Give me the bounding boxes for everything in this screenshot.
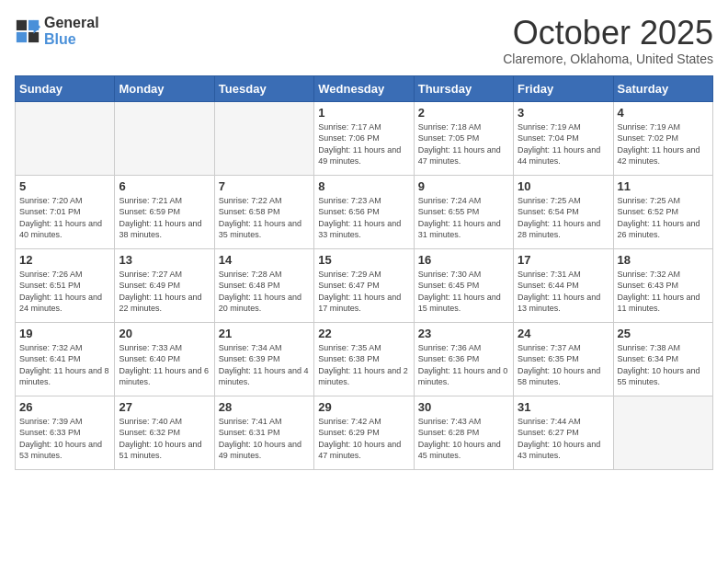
day-cell: 28Sunrise: 7:41 AM Sunset: 6:31 PM Dayli… [214, 396, 313, 469]
day-cell: 3Sunrise: 7:19 AM Sunset: 7:04 PM Daylig… [514, 101, 613, 175]
logo-general: General [44, 15, 99, 31]
day-info: Sunrise: 7:42 AM Sunset: 6:29 PM Dayligh… [318, 416, 409, 462]
day-info: Sunrise: 7:40 AM Sunset: 6:32 PM Dayligh… [119, 416, 210, 462]
day-cell: 24Sunrise: 7:37 AM Sunset: 6:35 PM Dayli… [514, 322, 613, 396]
day-number: 8 [318, 179, 409, 193]
day-number: 30 [418, 400, 509, 414]
day-info: Sunrise: 7:38 AM Sunset: 6:34 PM Dayligh… [618, 342, 709, 388]
day-cell: 13Sunrise: 7:27 AM Sunset: 6:49 PM Dayli… [115, 248, 214, 322]
day-number: 6 [119, 179, 210, 193]
day-cell [613, 396, 712, 469]
header-thursday: Thursday [414, 75, 513, 101]
day-info: Sunrise: 7:37 AM Sunset: 6:35 PM Dayligh… [518, 342, 609, 388]
day-cell: 7Sunrise: 7:22 AM Sunset: 6:58 PM Daylig… [214, 175, 313, 248]
day-number: 27 [119, 400, 210, 414]
week-row-2: 12Sunrise: 7:26 AM Sunset: 6:51 PM Dayli… [16, 248, 713, 322]
header-sunday: Sunday [16, 75, 115, 101]
header-monday: Monday [115, 75, 214, 101]
day-info: Sunrise: 7:22 AM Sunset: 6:58 PM Dayligh… [219, 195, 310, 241]
day-info: Sunrise: 7:23 AM Sunset: 6:56 PM Dayligh… [318, 195, 409, 241]
location: Claremore, Oklahoma, United States [503, 52, 713, 66]
day-info: Sunrise: 7:33 AM Sunset: 6:40 PM Dayligh… [119, 342, 210, 388]
day-number: 20 [119, 327, 210, 340]
day-info: Sunrise: 7:29 AM Sunset: 6:47 PM Dayligh… [318, 269, 409, 315]
day-number: 23 [418, 327, 509, 340]
day-cell: 12Sunrise: 7:26 AM Sunset: 6:51 PM Dayli… [16, 248, 115, 322]
day-info: Sunrise: 7:36 AM Sunset: 6:36 PM Dayligh… [418, 342, 509, 388]
day-cell: 4Sunrise: 7:19 AM Sunset: 7:02 PM Daylig… [613, 101, 712, 175]
logo-blue: Blue [44, 31, 99, 48]
day-cell: 22Sunrise: 7:35 AM Sunset: 6:38 PM Dayli… [314, 322, 414, 396]
week-row-1: 5Sunrise: 7:20 AM Sunset: 7:01 PM Daylig… [16, 175, 713, 248]
day-cell [16, 101, 115, 175]
day-cell: 21Sunrise: 7:34 AM Sunset: 6:39 PM Dayli… [214, 322, 313, 396]
day-number: 24 [518, 327, 609, 340]
logo: General Blue [15, 15, 99, 47]
day-number: 2 [418, 106, 509, 120]
day-info: Sunrise: 7:25 AM Sunset: 6:52 PM Dayligh… [618, 195, 709, 241]
title-area: October 2025 Claremore, Oklahoma, United… [503, 15, 713, 66]
day-cell: 10Sunrise: 7:25 AM Sunset: 6:54 PM Dayli… [514, 175, 613, 248]
day-number: 29 [318, 400, 409, 414]
day-info: Sunrise: 7:39 AM Sunset: 6:33 PM Dayligh… [19, 416, 110, 462]
day-cell: 19Sunrise: 7:32 AM Sunset: 6:41 PM Dayli… [16, 322, 115, 396]
week-row-4: 26Sunrise: 7:39 AM Sunset: 6:33 PM Dayli… [16, 396, 713, 469]
day-number: 26 [19, 400, 110, 414]
day-number: 10 [518, 179, 609, 193]
day-cell: 30Sunrise: 7:43 AM Sunset: 6:28 PM Dayli… [414, 396, 513, 469]
day-number: 19 [19, 327, 110, 340]
day-cell: 25Sunrise: 7:38 AM Sunset: 6:34 PM Dayli… [613, 322, 712, 396]
day-number: 31 [518, 400, 609, 414]
day-number: 7 [219, 179, 310, 193]
day-info: Sunrise: 7:27 AM Sunset: 6:49 PM Dayligh… [119, 269, 210, 315]
day-number: 1 [318, 106, 409, 120]
svg-rect-2 [17, 32, 27, 42]
page-header: General Blue October 2025 Claremore, Okl… [15, 15, 713, 66]
day-number: 12 [19, 253, 110, 267]
day-info: Sunrise: 7:32 AM Sunset: 6:41 PM Dayligh… [19, 342, 110, 388]
day-info: Sunrise: 7:21 AM Sunset: 6:59 PM Dayligh… [119, 195, 210, 241]
day-info: Sunrise: 7:19 AM Sunset: 7:02 PM Dayligh… [618, 121, 709, 167]
day-number: 15 [318, 253, 409, 267]
day-cell: 23Sunrise: 7:36 AM Sunset: 6:36 PM Dayli… [414, 322, 513, 396]
day-number: 13 [119, 253, 210, 267]
day-cell: 8Sunrise: 7:23 AM Sunset: 6:56 PM Daylig… [314, 175, 414, 248]
day-info: Sunrise: 7:28 AM Sunset: 6:48 PM Dayligh… [219, 269, 310, 315]
day-cell: 5Sunrise: 7:20 AM Sunset: 7:01 PM Daylig… [16, 175, 115, 248]
day-info: Sunrise: 7:43 AM Sunset: 6:28 PM Dayligh… [418, 416, 509, 462]
day-info: Sunrise: 7:20 AM Sunset: 7:01 PM Dayligh… [19, 195, 110, 241]
week-row-3: 19Sunrise: 7:32 AM Sunset: 6:41 PM Dayli… [16, 322, 713, 396]
day-number: 11 [618, 179, 709, 193]
day-cell: 29Sunrise: 7:42 AM Sunset: 6:29 PM Dayli… [314, 396, 414, 469]
day-number: 5 [19, 179, 110, 193]
day-number: 4 [618, 106, 709, 120]
day-cell: 26Sunrise: 7:39 AM Sunset: 6:33 PM Dayli… [16, 396, 115, 469]
header-wednesday: Wednesday [314, 75, 414, 101]
day-info: Sunrise: 7:24 AM Sunset: 6:55 PM Dayligh… [418, 195, 509, 241]
day-number: 25 [618, 327, 709, 340]
day-number: 9 [418, 179, 509, 193]
day-number: 17 [518, 253, 609, 267]
day-cell: 20Sunrise: 7:33 AM Sunset: 6:40 PM Dayli… [115, 322, 214, 396]
day-info: Sunrise: 7:26 AM Sunset: 6:51 PM Dayligh… [19, 269, 110, 315]
day-cell: 31Sunrise: 7:44 AM Sunset: 6:27 PM Dayli… [514, 396, 613, 469]
day-number: 22 [318, 327, 409, 340]
day-cell: 27Sunrise: 7:40 AM Sunset: 6:32 PM Dayli… [115, 396, 214, 469]
day-number: 3 [518, 106, 609, 120]
day-number: 28 [219, 400, 310, 414]
day-info: Sunrise: 7:41 AM Sunset: 6:31 PM Dayligh… [219, 416, 310, 462]
day-number: 16 [418, 253, 509, 267]
svg-rect-0 [17, 19, 27, 29]
day-info: Sunrise: 7:44 AM Sunset: 6:27 PM Dayligh… [518, 416, 609, 462]
week-row-0: 1Sunrise: 7:17 AM Sunset: 7:06 PM Daylig… [16, 101, 713, 175]
day-info: Sunrise: 7:30 AM Sunset: 6:45 PM Dayligh… [418, 269, 509, 315]
day-number: 18 [618, 253, 709, 267]
day-cell: 14Sunrise: 7:28 AM Sunset: 6:48 PM Dayli… [214, 248, 313, 322]
day-cell: 6Sunrise: 7:21 AM Sunset: 6:59 PM Daylig… [115, 175, 214, 248]
day-info: Sunrise: 7:25 AM Sunset: 6:54 PM Dayligh… [518, 195, 609, 241]
day-cell: 16Sunrise: 7:30 AM Sunset: 6:45 PM Dayli… [414, 248, 513, 322]
day-cell: 1Sunrise: 7:17 AM Sunset: 7:06 PM Daylig… [314, 101, 414, 175]
day-info: Sunrise: 7:18 AM Sunset: 7:05 PM Dayligh… [418, 121, 509, 167]
logo-icon [15, 18, 40, 44]
day-info: Sunrise: 7:35 AM Sunset: 6:38 PM Dayligh… [318, 342, 409, 388]
